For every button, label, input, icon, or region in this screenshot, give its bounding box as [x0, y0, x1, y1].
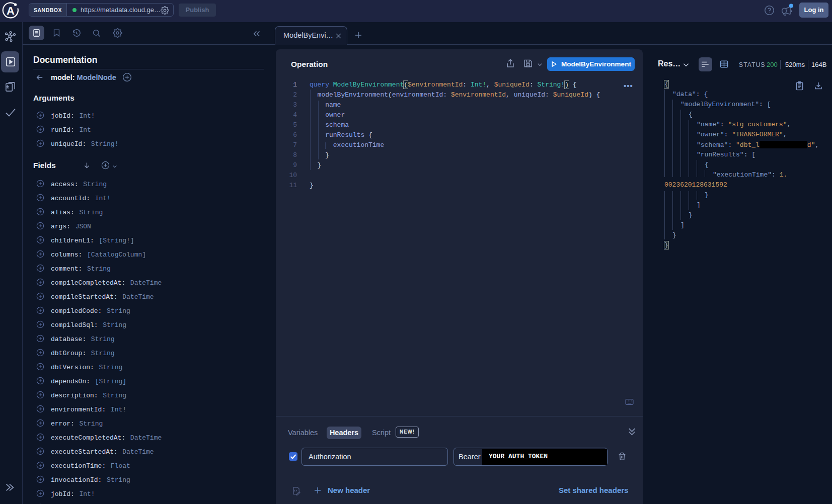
svg-text:A: A: [7, 5, 15, 17]
